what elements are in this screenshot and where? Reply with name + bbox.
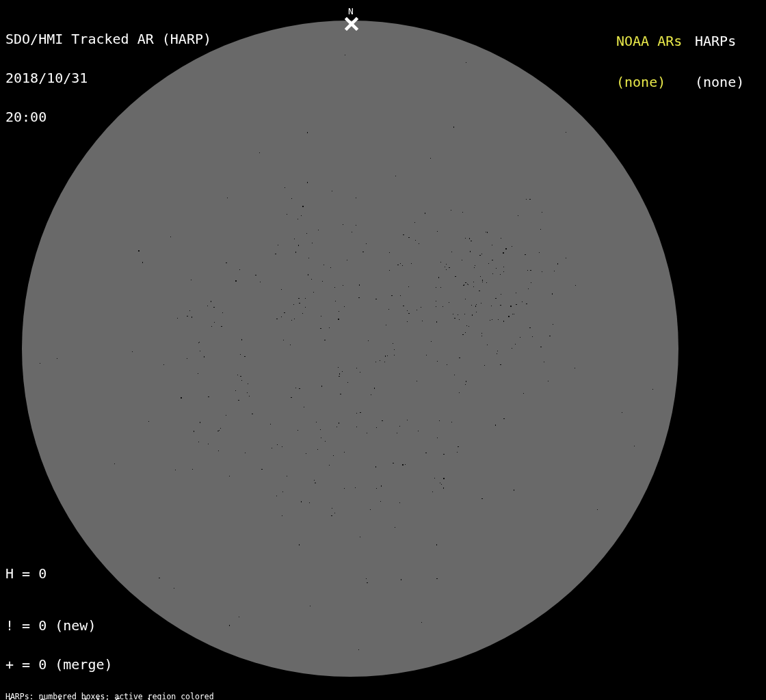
solar-tracking-image: SDO/HMI Tracked AR (HARP) 2018/10/31 20:…	[0, 0, 766, 700]
noaa-ars-heading: NOAA ARs	[616, 34, 682, 48]
noaa-ars-value: (none)	[616, 75, 682, 89]
legend-entry-merge: + = 0 (merge)	[5, 658, 162, 671]
caption-block: HARPs: numbered boxes; active region col…	[5, 678, 280, 700]
harps-counter: HARPs (none)	[695, 7, 744, 116]
harp-count-line: H = 0	[5, 567, 47, 580]
north-label: N	[341, 7, 361, 16]
north-pole-cross-icon	[345, 17, 358, 31]
harps-heading: HARPs	[695, 34, 744, 48]
caption-harps: HARPs: numbered boxes; active region col…	[5, 693, 280, 700]
noaa-ars-counter: NOAA ARs (none)	[616, 7, 682, 116]
image-title: SDO/HMI Tracked AR (HARP)	[5, 33, 211, 46]
image-date: 2018/10/31	[5, 72, 211, 85]
image-time: 20:00	[5, 111, 211, 124]
harps-value: (none)	[695, 75, 744, 89]
legend-entry-new: ! = 0 (new)	[5, 619, 162, 632]
title-block: SDO/HMI Tracked AR (HARP) 2018/10/31 20:…	[5, 7, 211, 150]
